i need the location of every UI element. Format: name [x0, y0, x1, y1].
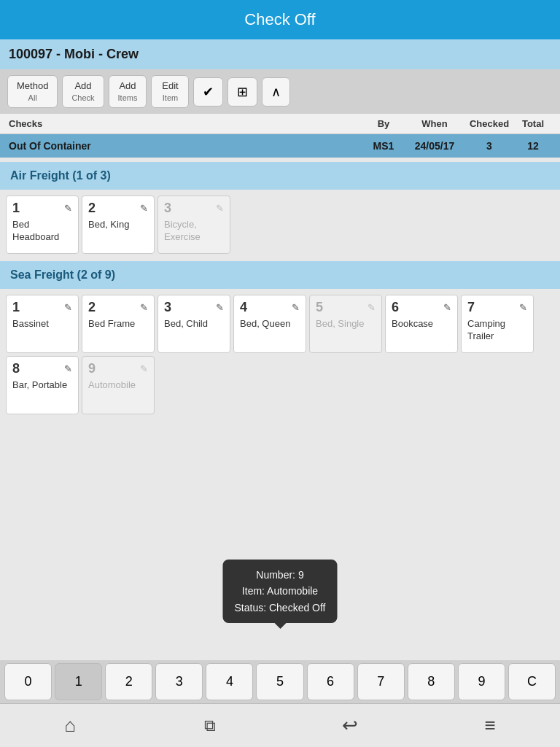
container-when: 24/05/17 [405, 140, 464, 152]
edit-item-button[interactable]: Edit Item [151, 75, 189, 108]
edit-icon[interactable]: ✎ [292, 302, 300, 313]
item-label: Automobile [88, 379, 148, 392]
tooltip-number: Number: 9 [234, 567, 325, 583]
item-label: Bed, Single [316, 318, 376, 330]
edit-icon[interactable]: ✎ [216, 203, 224, 214]
subtitle-bar: 100097 - Mobi - Crew [0, 39, 560, 69]
numpad-key-1[interactable]: 1 [55, 663, 102, 700]
numpad-key-7[interactable]: 7 [357, 663, 405, 700]
numpad-key-6[interactable]: 6 [307, 663, 354, 700]
numpad-key-4[interactable]: 4 [206, 663, 253, 700]
list-item[interactable]: 2✎Bed Frame [82, 295, 155, 353]
item-number: 1 [12, 201, 20, 216]
list-item[interactable]: 1✎Bassinet [6, 295, 79, 353]
col-total: Total [515, 118, 551, 129]
edit-icon[interactable]: ✎ [64, 302, 72, 313]
item-grid-0: 1✎Bed Headboard2✎Bed, King3✎Bicycle, Exe… [0, 193, 560, 257]
chevron-up-icon: ∧ [271, 84, 281, 100]
container-label: Out Of Container [9, 140, 362, 152]
collapse-button[interactable]: ∧ [262, 77, 290, 107]
edit-icon[interactable]: ✎ [443, 302, 451, 313]
edit-icon[interactable]: ✎ [519, 302, 527, 313]
numpad-key-8[interactable]: 8 [408, 663, 455, 700]
add-check-button[interactable]: Add Check [62, 75, 104, 108]
edit-item-label: Edit [160, 80, 179, 93]
numpad-key-C[interactable]: C [508, 663, 556, 700]
tooltip-status: Status: Checked Off [234, 600, 325, 616]
item-number: 6 [392, 300, 399, 315]
home-icon: ⌂ [64, 714, 76, 737]
table-header: Checks By When Checked Total [0, 114, 560, 134]
grid-icon: ⊞ [237, 84, 248, 100]
add-items-button[interactable]: Add Items [109, 75, 147, 108]
home-button[interactable]: ⌂ [0, 704, 140, 747]
item-label: Bookcase [392, 318, 451, 330]
copy-icon: ⧉ [204, 716, 216, 735]
edit-icon[interactable]: ✎ [64, 363, 72, 374]
method-button[interactable]: Method All [7, 75, 58, 108]
checkmark-icon: ✔ [203, 84, 214, 100]
item-number: 7 [467, 300, 475, 315]
numpad-key-0[interactable]: 0 [4, 663, 52, 700]
copy-button[interactable]: ⧉ [140, 704, 280, 747]
checkmark-button[interactable]: ✔ [193, 77, 223, 107]
edit-icon[interactable]: ✎ [140, 363, 148, 374]
section-0: Air Freight (1 of 3)1✎Bed Headboard2✎Bed… [0, 162, 560, 257]
grid-button[interactable]: ⊞ [228, 77, 257, 107]
back-icon: ↩ [342, 714, 358, 737]
numpad-key-9[interactable]: 9 [458, 663, 505, 700]
col-checked: Checked [464, 118, 515, 129]
list-item[interactable]: 2✎Bed, King [82, 196, 155, 254]
edit-icon[interactable]: ✎ [64, 203, 72, 214]
sections-container: Air Freight (1 of 3)1✎Bed Headboard2✎Bed… [0, 162, 560, 417]
list-item[interactable]: 6✎Bookcase [385, 295, 458, 353]
list-item[interactable]: 7✎Camping Trailer [461, 295, 534, 353]
subtitle-text: 100097 - Mobi - Crew [9, 47, 139, 61]
item-label: Bed Headboard [12, 219, 72, 244]
tooltip-item: Item: Automobile [234, 583, 325, 599]
method-value: All [17, 93, 48, 103]
item-number: 8 [12, 361, 20, 376]
item-label: Camping Trailer [467, 318, 527, 343]
edit-icon[interactable]: ✎ [368, 302, 376, 313]
add-items-label: Add [118, 80, 138, 93]
edit-icon[interactable]: ✎ [140, 302, 148, 313]
numpad-key-5[interactable]: 5 [256, 663, 303, 700]
item-label: Bar, Portable [12, 379, 72, 392]
col-by: By [362, 118, 405, 129]
item-grid-1: 1✎Bassinet2✎Bed Frame3✎Bed, Child4✎Bed, … [0, 292, 560, 417]
item-label: Bed, Queen [240, 318, 300, 330]
menu-button[interactable]: ≡ [420, 704, 560, 747]
edit-icon[interactable]: ✎ [216, 302, 224, 313]
item-number: 3 [164, 201, 171, 216]
item-number: 2 [88, 201, 96, 216]
list-item[interactable]: 9✎Automobile [82, 356, 155, 414]
add-check-sub: Check [71, 93, 94, 103]
item-number: 4 [240, 300, 247, 315]
back-button[interactable]: ↩ [280, 704, 420, 747]
item-label: Bed Frame [88, 318, 148, 330]
bottom-nav: ⌂ ⧉ ↩ ≡ [0, 703, 560, 747]
app-header: Check Off [0, 0, 560, 39]
toolbar: Method All Add Check Add Items Edit Item… [0, 69, 560, 114]
container-row: Out Of Container MS1 24/05/17 3 12 [0, 134, 560, 158]
item-number: 2 [88, 300, 96, 315]
list-item[interactable]: 3✎Bicycle, Exercise [158, 196, 230, 254]
item-number: 5 [316, 300, 323, 315]
menu-icon: ≡ [484, 714, 495, 737]
numpad-key-3[interactable]: 3 [155, 663, 203, 700]
edit-icon[interactable]: ✎ [140, 203, 148, 214]
section-header-1: Sea Freight (2 of 9) [0, 261, 560, 289]
item-number: 9 [88, 361, 96, 376]
numpad-key-2[interactable]: 2 [105, 663, 152, 700]
list-item[interactable]: 4✎Bed, Queen [233, 295, 306, 353]
item-label: Bed, King [88, 219, 148, 231]
list-item[interactable]: 5✎Bed, Single [309, 295, 382, 353]
item-label: Bicycle, Exercise [164, 219, 224, 244]
add-items-sub: Items [118, 93, 138, 103]
container-checked: 3 [464, 140, 515, 152]
list-item[interactable]: 1✎Bed Headboard [6, 196, 79, 254]
container-total: 12 [515, 140, 551, 152]
list-item[interactable]: 3✎Bed, Child [158, 295, 230, 353]
list-item[interactable]: 8✎Bar, Portable [6, 356, 79, 414]
